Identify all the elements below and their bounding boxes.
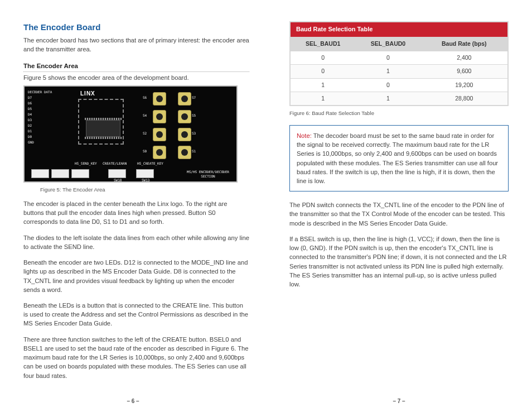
button-s3-icon bbox=[178, 128, 191, 141]
silk-label: S4 bbox=[143, 113, 147, 118]
body-text: Beneath the LEDs is a button that is con… bbox=[23, 301, 249, 328]
switch-icon bbox=[31, 169, 49, 178]
silk-label: SW18 bbox=[114, 178, 122, 183]
encoder-area-heading: The Encoder Area bbox=[23, 61, 249, 72]
silk-label: S5 bbox=[192, 113, 196, 118]
table-title: Baud Rate Selection Table bbox=[290, 22, 508, 37]
page-spread: The Encoder Board The encoder board has … bbox=[0, 0, 532, 412]
body-text: If a BSEL switch is up, then the line is… bbox=[289, 234, 509, 289]
silk-label: D6 bbox=[28, 101, 32, 106]
button-s0-icon bbox=[153, 146, 166, 159]
section-title: The Encoder Board bbox=[23, 21, 249, 33]
cell: 0 bbox=[355, 78, 420, 92]
switch-icon bbox=[71, 169, 89, 178]
silk-label: HS_SEND_KEY bbox=[75, 161, 97, 166]
cell: 1 bbox=[355, 92, 420, 106]
section-label: MS/HS ENCODER/DECODER SECTION bbox=[183, 170, 233, 179]
silk-label: S3 bbox=[192, 131, 196, 136]
silk-label: S7 bbox=[192, 95, 196, 100]
button-s7-icon bbox=[178, 92, 191, 106]
encoder-chip-icon bbox=[86, 120, 120, 137]
silk-label: CREATE/LEARN bbox=[103, 161, 127, 166]
baud-rate-table: Baud Rate Selection Table SEL_BAUD1 SEL_… bbox=[289, 21, 509, 106]
silk-label: DECODER DATA bbox=[28, 90, 52, 95]
page-number: – 7 – bbox=[266, 397, 532, 406]
switch-icon bbox=[136, 169, 154, 178]
body-text: The encoder is placed in the center bene… bbox=[23, 199, 249, 227]
table-row: 0 1 9,600 bbox=[290, 65, 508, 78]
silk-label: D5 bbox=[28, 107, 32, 112]
table-row: 0 0 2,400 bbox=[290, 51, 508, 65]
silk-label: D0 bbox=[28, 135, 32, 140]
page-number: – 6 – bbox=[0, 397, 266, 406]
silk-label: S0 bbox=[143, 149, 147, 154]
col-header: Baud Rate (bps) bbox=[421, 37, 508, 51]
cell: 1 bbox=[290, 92, 355, 106]
silk-label: HS_CREATE_KEY bbox=[137, 161, 163, 166]
cell: 9,600 bbox=[421, 65, 508, 78]
fig5-intro: Figure 5 shows the encoder area of the d… bbox=[23, 73, 249, 82]
silk-label: S2 bbox=[143, 131, 147, 136]
figure-5-caption: Figure 5: The Encoder Area bbox=[40, 186, 249, 194]
body-text: Beneath the encoder are two LEDs. D12 is… bbox=[23, 258, 249, 294]
body-text: The PDN switch connects the TX_CNTL line… bbox=[289, 200, 509, 228]
silk-label: D2 bbox=[28, 123, 32, 128]
col-header: SEL_BAUD1 bbox=[290, 37, 355, 51]
silk-label: D7 bbox=[28, 95, 32, 100]
note-label: Note: bbox=[297, 132, 312, 139]
cell: 0 bbox=[290, 51, 355, 65]
silk-label: SW13 bbox=[142, 178, 149, 183]
silk-label: S1 bbox=[192, 149, 196, 154]
silk-label: D1 bbox=[28, 129, 32, 134]
body-text: The diodes to the left isolate the data … bbox=[23, 233, 249, 251]
linx-logo: LINX bbox=[80, 90, 95, 98]
button-s2-icon bbox=[153, 128, 166, 141]
button-s4-icon bbox=[153, 110, 166, 123]
note-body: The decoder board must be set to the sam… bbox=[297, 132, 498, 184]
cell: 19,200 bbox=[421, 78, 508, 92]
figure-6-caption: Figure 6: Baud Rate Selection Table bbox=[289, 109, 509, 117]
page-7: Baud Rate Selection Table SEL_BAUD1 SEL_… bbox=[266, 0, 532, 412]
silk-label: GND bbox=[28, 140, 34, 145]
figure-5-encoder-area: LINX DECODER DATA D7 D6 D5 D4 D3 D2 D1 D… bbox=[23, 85, 238, 183]
cell: 1 bbox=[355, 65, 420, 78]
table-row: 1 0 19,200 bbox=[290, 78, 508, 92]
col-header: SEL_BAUD0 bbox=[355, 37, 420, 51]
silk-label: D3 bbox=[28, 118, 32, 123]
silk-label: D4 bbox=[28, 112, 32, 117]
note-box: Note: The decoder board must be set to t… bbox=[289, 125, 509, 191]
cell: 0 bbox=[290, 65, 355, 78]
silk-label: S6 bbox=[143, 95, 147, 100]
cell: 2,400 bbox=[421, 51, 508, 65]
page-6: The Encoder Board The encoder board has … bbox=[0, 0, 266, 412]
cell: 28,800 bbox=[421, 92, 508, 106]
cell: 0 bbox=[355, 51, 420, 65]
table-row: 1 1 28,800 bbox=[290, 92, 508, 106]
switch-icon bbox=[108, 169, 126, 178]
switch-icon bbox=[51, 169, 69, 178]
button-s5-icon bbox=[178, 110, 191, 123]
intro-text: The encoder board has two sections that … bbox=[23, 36, 249, 54]
button-s6-icon bbox=[153, 92, 166, 106]
cell: 1 bbox=[290, 78, 355, 92]
body-text: There are three function switches to the… bbox=[23, 335, 249, 380]
button-s1-icon bbox=[178, 146, 191, 159]
